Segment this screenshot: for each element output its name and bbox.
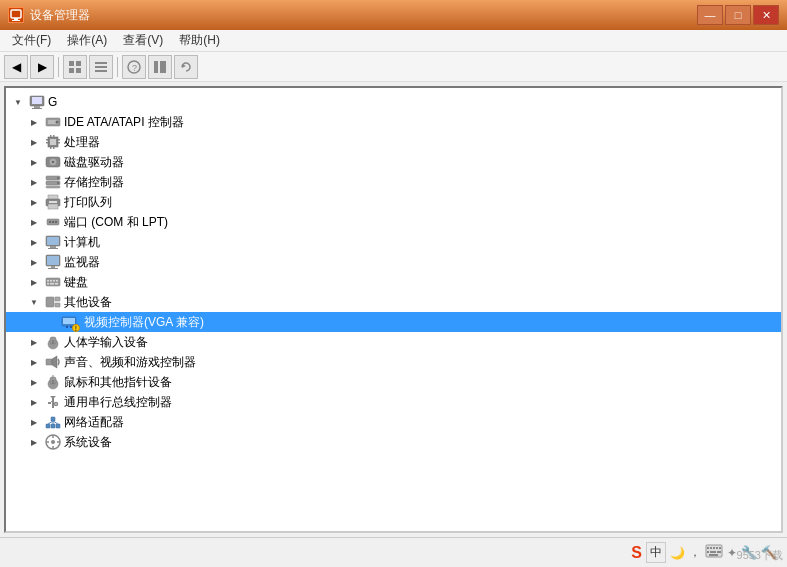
svg-point-45 (49, 221, 51, 223)
root-label: G (48, 95, 57, 109)
minimize-button[interactable]: — (697, 5, 723, 25)
menu-file[interactable]: 文件(F) (4, 30, 59, 51)
network-label: 网络适配器 (64, 414, 124, 431)
virtual-keyboard-icon[interactable] (705, 544, 723, 561)
vga-icon: ! (61, 314, 77, 330)
svg-rect-107 (717, 551, 721, 553)
tree-item-network[interactable]: 网络适配器 (6, 412, 781, 432)
cpu-expand-icon[interactable] (26, 134, 42, 150)
tree-item-other[interactable]: 其他设备 (6, 292, 781, 312)
other-expand-icon[interactable] (26, 294, 42, 310)
tree-item-audio[interactable]: 声音、视频和游戏控制器 (6, 352, 781, 372)
toolbar: ◀ ▶ ? (0, 52, 787, 82)
svg-point-21 (56, 121, 59, 124)
svg-marker-75 (52, 356, 57, 368)
view-btn-3[interactable] (148, 55, 172, 79)
view-btn-1[interactable] (63, 55, 87, 79)
svg-rect-100 (707, 547, 709, 549)
window-title: 设备管理器 (30, 7, 90, 24)
tree-item-cpu[interactable]: 处理器 (6, 132, 781, 152)
tree-root[interactable]: G (6, 92, 781, 112)
title-bar-left: 设备管理器 (8, 7, 90, 24)
system-expand-icon[interactable] (26, 434, 42, 450)
svg-rect-29 (53, 135, 55, 137)
svg-rect-50 (50, 246, 56, 248)
svg-rect-102 (713, 547, 715, 549)
svg-rect-74 (46, 359, 52, 365)
menu-bar: 文件(F) 操作(A) 查看(V) 帮助(H) (0, 30, 787, 52)
input-method-icon[interactable]: 中 (646, 542, 666, 563)
menu-action[interactable]: 操作(A) (59, 30, 115, 51)
tree-item-print[interactable]: 打印队列 (6, 192, 781, 212)
audio-expand-icon[interactable] (26, 354, 42, 370)
punctuation-icon[interactable]: ， (689, 544, 701, 561)
ide-label: IDE ATA/ATAPI 控制器 (64, 114, 184, 131)
audio-label: 声音、视频和游戏控制器 (64, 354, 196, 371)
tree-item-mouse[interactable]: 鼠标和其他指针设备 (6, 372, 781, 392)
tree-item-ide[interactable]: IDE ATA/ATAPI 控制器 (6, 112, 781, 132)
ide-icon (45, 114, 61, 130)
svg-rect-104 (719, 547, 721, 549)
mouse-expand-icon[interactable] (26, 374, 42, 390)
svg-rect-86 (46, 424, 50, 428)
tree-item-usb[interactable]: 通用串行总线控制器 (6, 392, 781, 412)
keyboard-label: 键盘 (64, 274, 88, 291)
tree-item-computer[interactable]: 计算机 (6, 232, 781, 252)
menu-help[interactable]: 帮助(H) (171, 30, 228, 51)
svg-text:?: ? (132, 63, 137, 73)
mouse-label: 鼠标和其他指针设备 (64, 374, 172, 391)
help-btn[interactable]: ? (122, 55, 146, 79)
back-button[interactable]: ◀ (4, 55, 28, 79)
ide-expand-icon[interactable] (26, 114, 42, 130)
svg-point-47 (55, 221, 57, 223)
tree-item-storage[interactable]: 存储控制器 (6, 172, 781, 192)
svg-rect-103 (716, 547, 718, 549)
refresh-btn[interactable] (174, 55, 198, 79)
usb-icon (45, 394, 61, 410)
device-tree-panel[interactable]: G IDE ATA/ATAPI 控制器 (4, 86, 783, 533)
network-expand-icon[interactable] (26, 414, 42, 430)
svg-rect-88 (56, 424, 60, 428)
maximize-button[interactable]: □ (725, 5, 751, 25)
forward-button[interactable]: ▶ (30, 55, 54, 79)
monitor-label: 监视器 (64, 254, 100, 271)
view-btn-2[interactable] (89, 55, 113, 79)
storage-expand-icon[interactable] (26, 174, 42, 190)
hid-expand-icon[interactable] (26, 334, 42, 350)
svg-point-38 (57, 177, 59, 179)
keyboard-expand-icon[interactable] (26, 274, 42, 290)
svg-rect-7 (95, 62, 107, 64)
monitor-expand-icon[interactable] (26, 254, 42, 270)
tree-item-system[interactable]: 系统设备 (6, 432, 781, 452)
sogou-icon[interactable]: S (631, 544, 642, 562)
svg-rect-4 (76, 61, 81, 66)
svg-rect-63 (55, 283, 58, 285)
close-button[interactable]: ✕ (753, 5, 779, 25)
computer-label: 计算机 (64, 234, 100, 251)
port-expand-icon[interactable] (26, 214, 42, 230)
tree-item-port[interactable]: 端口 (COM 和 LPT) (6, 212, 781, 232)
svg-rect-0 (11, 10, 21, 18)
svg-rect-54 (51, 266, 55, 268)
symbol-icon[interactable]: ✦ (727, 546, 737, 560)
svg-marker-81 (50, 396, 56, 399)
menu-view[interactable]: 查看(V) (115, 30, 171, 51)
root-expand-icon[interactable] (10, 94, 26, 110)
tree-item-vga[interactable]: ! 视频控制器(VGA 兼容) (6, 312, 781, 332)
svg-rect-87 (51, 424, 55, 428)
disk-expand-icon[interactable] (26, 154, 42, 170)
tree-item-disk[interactable]: 磁盘驱动器 (6, 152, 781, 172)
tree-item-monitor[interactable]: 监视器 (6, 252, 781, 272)
svg-rect-17 (34, 106, 40, 108)
svg-rect-64 (46, 297, 54, 307)
tree-item-keyboard[interactable]: 键盘 (6, 272, 781, 292)
print-expand-icon[interactable] (26, 194, 42, 210)
device-tree: G IDE ATA/ATAPI 控制器 (6, 88, 781, 456)
svg-rect-31 (53, 147, 55, 149)
svg-rect-28 (50, 135, 52, 137)
night-mode-icon[interactable]: 🌙 (670, 546, 685, 560)
svg-rect-8 (95, 66, 107, 68)
usb-expand-icon[interactable] (26, 394, 42, 410)
computer-expand-icon[interactable] (26, 234, 42, 250)
tree-item-hid[interactable]: 人体学输入设备 (6, 332, 781, 352)
